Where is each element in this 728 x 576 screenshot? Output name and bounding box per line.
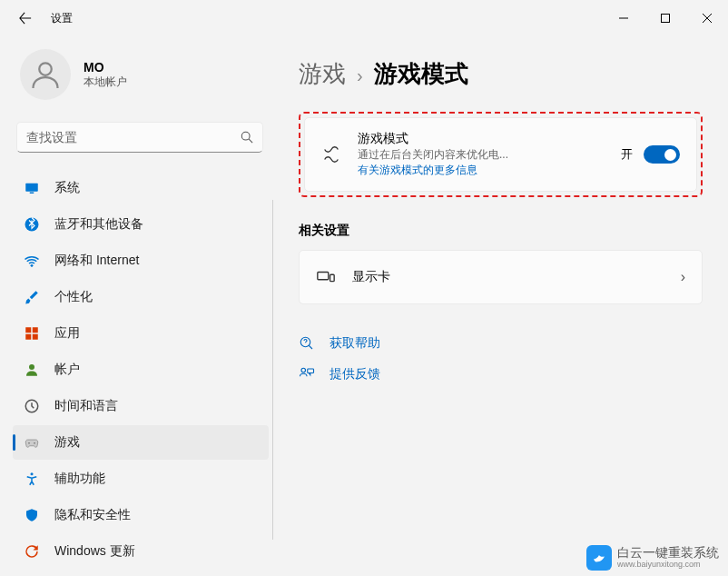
person-icon <box>29 58 62 91</box>
display-label: 显示卡 <box>352 269 681 285</box>
game-mode-toggle[interactable] <box>644 145 680 164</box>
breadcrumb-parent[interactable]: 游戏 <box>299 58 346 90</box>
card-desc: 通过在后台关闭内容来优化电... <box>358 147 621 163</box>
chevron-right-icon: › <box>357 65 363 86</box>
watermark-title: 白云一键重装系统 <box>617 546 719 560</box>
chevron-right-icon: › <box>681 269 685 285</box>
svg-rect-3 <box>25 184 38 192</box>
sidebar-item-time[interactable]: 时间和语言 <box>13 389 269 423</box>
sidebar-item-gaming[interactable]: 游戏 <box>13 425 269 460</box>
sidebar-item-label: 时间和语言 <box>54 398 118 414</box>
svg-point-19 <box>301 368 306 372</box>
watermark-url: www.baiyunxitong.com <box>617 561 719 570</box>
sidebar: MO 本地帐户 系统蓝牙和其他设备网络和 Internet个性化应用帐户时间和语… <box>0 36 272 576</box>
maximize-button[interactable] <box>644 0 686 36</box>
back-arrow-icon <box>19 12 32 25</box>
sidebar-item-update[interactable]: Windows 更新 <box>13 534 269 569</box>
svg-rect-0 <box>662 15 670 23</box>
card-link[interactable]: 有关游戏模式的更多信息 <box>358 163 621 178</box>
content-area: 游戏 › 游戏模式 游戏模式 通过在后台关闭内容来优化电... 有关游戏模式的更… <box>273 36 728 576</box>
svg-point-15 <box>31 472 34 475</box>
sidebar-item-label: 蓝牙和其他设备 <box>54 216 143 233</box>
title-bar: 设置 <box>0 0 728 36</box>
user-section[interactable]: MO 本地帐户 <box>13 36 272 122</box>
game-mode-card: 游戏模式 通过在后台关闭内容来优化电... 有关游戏模式的更多信息 开 <box>304 117 697 192</box>
access-icon <box>24 471 40 487</box>
person-icon <box>24 362 40 378</box>
svg-point-14 <box>34 442 35 444</box>
minimize-button[interactable] <box>603 0 644 36</box>
watermark-logo <box>586 545 612 571</box>
controller-icon <box>24 434 40 451</box>
nav-list: 系统蓝牙和其他设备网络和 Internet个性化应用帐户时间和语言游戏辅助功能隐… <box>13 171 272 576</box>
minimize-icon <box>619 14 628 23</box>
apps-icon <box>24 325 40 342</box>
sidebar-item-label: 隐私和安全性 <box>54 507 131 523</box>
sidebar-item-network[interactable]: 网络和 Internet <box>13 243 269 278</box>
sidebar-item-bluetooth[interactable]: 蓝牙和其他设备 <box>13 207 269 242</box>
card-title: 游戏模式 <box>358 131 621 147</box>
highlight-annotation: 游戏模式 通过在后台关闭内容来优化电... 有关游戏模式的更多信息 开 <box>299 112 703 197</box>
svg-point-1 <box>39 63 52 75</box>
svg-rect-4 <box>30 193 34 194</box>
related-section-title: 相关设置 <box>299 223 703 239</box>
display-card[interactable]: 显示卡 › <box>299 250 703 304</box>
search-box[interactable] <box>16 122 263 153</box>
sidebar-item-personalization[interactable]: 个性化 <box>13 280 269 314</box>
breadcrumb: 游戏 › 游戏模式 <box>299 58 703 90</box>
shield-icon <box>24 507 40 523</box>
sidebar-item-label: 个性化 <box>54 289 93 305</box>
svg-point-13 <box>28 442 30 444</box>
sidebar-item-privacy[interactable]: 隐私和安全性 <box>13 498 269 532</box>
search-input[interactable] <box>26 130 241 144</box>
svg-rect-10 <box>33 334 38 340</box>
sidebar-item-label: 网络和 Internet <box>54 253 139 269</box>
feedback-icon <box>299 366 315 382</box>
svg-rect-8 <box>33 327 38 333</box>
user-name: MO <box>84 60 127 74</box>
dove-icon <box>591 550 607 566</box>
close-icon <box>703 14 712 23</box>
sidebar-item-system[interactable]: 系统 <box>13 171 269 205</box>
get-help-link[interactable]: 获取帮助 <box>299 335 703 352</box>
sidebar-item-accounts[interactable]: 帐户 <box>13 353 269 387</box>
get-help-label: 获取帮助 <box>330 335 380 352</box>
feedback-label: 提供反馈 <box>330 366 380 382</box>
breadcrumb-current: 游戏模式 <box>374 58 468 90</box>
back-button[interactable] <box>18 11 33 25</box>
maximize-icon <box>661 14 670 23</box>
svg-point-11 <box>29 364 34 370</box>
window-controls <box>603 0 728 36</box>
help-icon <box>299 335 315 352</box>
svg-rect-20 <box>308 369 314 373</box>
window-title: 设置 <box>51 11 73 26</box>
close-button[interactable] <box>686 0 728 36</box>
system-icon <box>24 180 40 196</box>
sidebar-item-accessibility[interactable]: 辅助功能 <box>13 462 269 496</box>
svg-rect-7 <box>25 327 31 333</box>
svg-rect-9 <box>25 334 31 340</box>
game-mode-icon <box>321 144 341 164</box>
display-card-icon <box>316 267 336 287</box>
sidebar-item-label: 帐户 <box>54 362 80 378</box>
bluetooth-icon <box>24 216 40 233</box>
sidebar-item-label: 系统 <box>54 180 80 196</box>
svg-point-6 <box>31 264 33 266</box>
update-icon <box>24 543 40 560</box>
watermark: 白云一键重装系统 www.baiyunxitong.com <box>586 545 719 571</box>
toggle-label: 开 <box>621 146 633 163</box>
svg-rect-17 <box>330 274 335 281</box>
user-type: 本地帐户 <box>84 74 127 90</box>
brush-icon <box>24 289 40 305</box>
search-icon <box>241 131 253 144</box>
sidebar-item-label: Windows 更新 <box>54 543 135 560</box>
svg-point-2 <box>241 132 250 140</box>
sidebar-item-apps[interactable]: 应用 <box>13 316 269 351</box>
svg-rect-16 <box>318 273 329 280</box>
sidebar-item-label: 应用 <box>54 325 80 342</box>
sidebar-item-label: 游戏 <box>54 434 80 451</box>
wifi-icon <box>24 253 40 269</box>
avatar <box>20 49 71 100</box>
sidebar-item-label: 辅助功能 <box>54 471 105 487</box>
feedback-link[interactable]: 提供反馈 <box>299 366 703 382</box>
